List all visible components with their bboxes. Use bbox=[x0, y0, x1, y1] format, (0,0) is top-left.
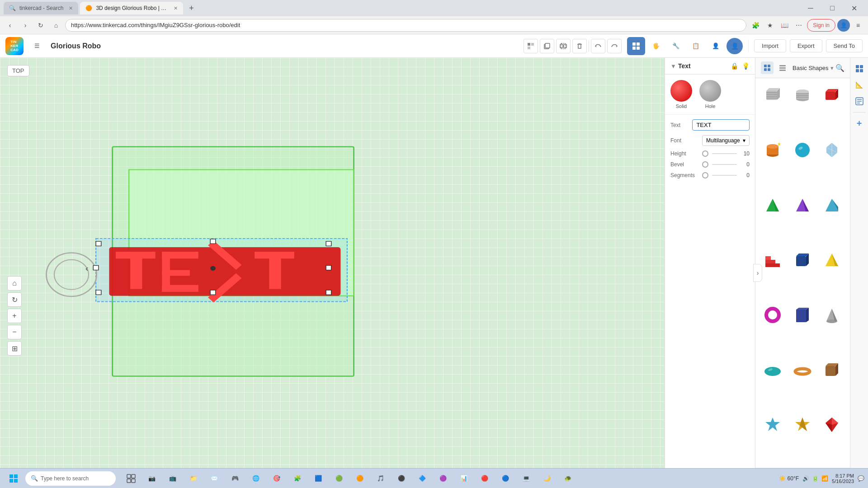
shape-red-stairs[interactable] bbox=[759, 246, 786, 273]
hole-option[interactable]: Hole bbox=[699, 80, 721, 109]
shape-purple-pyramid[interactable] bbox=[789, 192, 816, 219]
browser-settings-button[interactable]: ⋯ bbox=[793, 19, 805, 32]
send-to-button[interactable]: Send To bbox=[826, 39, 863, 52]
height-slider[interactable] bbox=[702, 150, 708, 157]
taskbar-app3[interactable]: 🟦 bbox=[308, 470, 328, 487]
shape-striped-box[interactable] bbox=[759, 82, 786, 109]
extensions-button[interactable]: 🧩 bbox=[749, 19, 762, 32]
taskbar-app1[interactable]: 🎯 bbox=[267, 470, 287, 487]
taskbar-app12[interactable]: 🔵 bbox=[495, 470, 515, 487]
reading-mode-button[interactable]: 📖 bbox=[778, 19, 791, 32]
refresh-button[interactable]: ↻ bbox=[34, 19, 47, 32]
canvas-area[interactable]: TOP ⌂ ↻ + − ⊞ bbox=[0, 58, 665, 488]
segments-slider[interactable] bbox=[702, 172, 708, 178]
speaker-icon[interactable]: 🔊 bbox=[802, 475, 809, 482]
shape-search-button[interactable]: 🔍 bbox=[835, 64, 844, 72]
taskbar-app9[interactable]: 🟣 bbox=[433, 470, 453, 487]
settings-button[interactable]: 🔧 bbox=[667, 37, 685, 55]
app-profile-avatar[interactable]: 👤 bbox=[726, 38, 743, 54]
shape-red-box[interactable] bbox=[818, 82, 845, 109]
taskbar-app10[interactable]: 📊 bbox=[454, 470, 474, 487]
tab-search-close[interactable]: ✕ bbox=[69, 5, 73, 11]
font-select[interactable]: Multilanguage ▾ bbox=[702, 135, 750, 146]
maximize-button[interactable]: □ bbox=[822, 2, 843, 14]
taskbar-app5[interactable]: 🟠 bbox=[350, 470, 370, 487]
shape-panel-title[interactable]: Basic Shapes bbox=[793, 65, 830, 71]
taskbar-search-box[interactable]: 🔍 Type here to search bbox=[25, 471, 116, 486]
shape-teal-sphere[interactable] bbox=[789, 136, 816, 164]
far-right-ruler-button[interactable]: 📐 bbox=[852, 78, 867, 92]
panel-expand-icon[interactable]: ▼ bbox=[670, 63, 676, 70]
shape-red-gem[interactable] bbox=[818, 411, 845, 438]
undo-button[interactable] bbox=[591, 39, 605, 53]
group-button[interactable] bbox=[556, 39, 571, 53]
shape-green-pyramid[interactable] bbox=[759, 192, 786, 219]
taskbar-app14[interactable]: 🌙 bbox=[537, 470, 557, 487]
taskbar-app7[interactable]: ⚫ bbox=[392, 470, 411, 487]
import-button[interactable]: Import bbox=[754, 39, 786, 52]
menu-button[interactable]: ☰ bbox=[29, 38, 45, 54]
user-button[interactable]: 👤 bbox=[707, 37, 725, 55]
bevel-slider[interactable] bbox=[702, 161, 708, 168]
shape-gold-star[interactable] bbox=[789, 411, 816, 438]
home-button[interactable]: ⌂ bbox=[50, 19, 62, 32]
close-button[interactable]: ✕ bbox=[844, 2, 864, 14]
taskbar-app6[interactable]: 🎵 bbox=[371, 470, 391, 487]
grid-view-button[interactable] bbox=[627, 37, 645, 55]
browser-menu-button[interactable]: ≡ bbox=[852, 19, 864, 32]
shape-striped-cylinder[interactable] bbox=[789, 82, 816, 109]
taskbar-app15[interactable]: 🐢 bbox=[558, 470, 578, 487]
duplicate-button[interactable] bbox=[540, 39, 554, 53]
taskbar-folders[interactable]: 📁 bbox=[184, 470, 203, 487]
shape-teal-ellipsoid[interactable] bbox=[759, 356, 786, 383]
shape-crystal[interactable] bbox=[818, 136, 845, 164]
shape-dark-blue-box[interactable] bbox=[789, 246, 816, 273]
taskbar-time[interactable]: 8:17 PM 5/16/2023 bbox=[832, 473, 854, 484]
shape-yellow-pyramid[interactable] bbox=[818, 246, 845, 273]
taskbar-edge[interactable]: 🌐 bbox=[246, 470, 266, 487]
notification-button[interactable]: 💬 bbox=[858, 475, 864, 482]
tab-tinkercad-close[interactable]: ✕ bbox=[174, 5, 178, 11]
taskbar-app11[interactable]: 🔴 bbox=[475, 470, 495, 487]
minimize-button[interactable]: ─ bbox=[800, 2, 821, 14]
redo-button[interactable] bbox=[607, 39, 622, 53]
shape-dark-blue-prism[interactable] bbox=[789, 301, 816, 328]
taskbar-app2[interactable]: 🧩 bbox=[288, 470, 307, 487]
solid-option[interactable]: Solid bbox=[670, 80, 692, 109]
taskbar-email[interactable]: ✉️ bbox=[204, 470, 224, 487]
shape-orange-cylinder[interactable]: ★ bbox=[759, 136, 786, 164]
panel-grid-view-button[interactable] bbox=[761, 61, 774, 74]
taskbar-app8[interactable]: 🔷 bbox=[412, 470, 432, 487]
taskbar-task-view[interactable] bbox=[121, 470, 141, 487]
favorites-button[interactable]: ★ bbox=[764, 19, 776, 32]
text-input[interactable] bbox=[692, 119, 750, 131]
view3d-button[interactable]: 🖐 bbox=[647, 37, 665, 55]
tab-tinkercad[interactable]: 🟠 3D design Glorious Robo | Tinke... ✕ bbox=[80, 2, 183, 14]
delete-button[interactable] bbox=[572, 39, 587, 53]
sign-in-button[interactable]: Sign in bbox=[807, 19, 835, 32]
layers-button[interactable]: 📋 bbox=[687, 37, 705, 55]
shape-magenta-torus[interactable] bbox=[759, 301, 786, 328]
far-right-grid-button[interactable] bbox=[852, 61, 867, 76]
far-right-add-button[interactable]: + bbox=[852, 116, 867, 131]
wifi-icon[interactable]: 📶 bbox=[821, 475, 828, 482]
shape-gray-cone[interactable] bbox=[818, 301, 845, 328]
start-button[interactable] bbox=[4, 470, 24, 487]
taskbar-app4[interactable]: 🟢 bbox=[329, 470, 349, 487]
new-tab-button[interactable]: + bbox=[185, 2, 198, 14]
panel-collapse-button[interactable]: › bbox=[753, 264, 762, 282]
taskbar-tv[interactable]: 📺 bbox=[163, 470, 183, 487]
far-right-notes-button[interactable] bbox=[852, 94, 867, 108]
shape-brown-box[interactable] bbox=[818, 356, 845, 383]
taskbar-app13[interactable]: 💻 bbox=[516, 470, 536, 487]
shape-blue-prism[interactable] bbox=[818, 192, 845, 219]
profile-avatar[interactable]: 👤 bbox=[837, 19, 850, 32]
shape-panel-dropdown-arrow[interactable]: ▾ bbox=[830, 65, 834, 71]
add-shape-button[interactable] bbox=[524, 39, 538, 53]
url-bar[interactable]: https://www.tinkercad.com/things/IMgiuZ9… bbox=[65, 19, 746, 32]
tab-search[interactable]: 🔍 tinkercad - Search ✕ bbox=[4, 2, 78, 14]
panel-list-view-button[interactable] bbox=[776, 61, 789, 74]
taskbar-games[interactable]: 🎮 bbox=[225, 470, 245, 487]
back-button[interactable]: ‹ bbox=[4, 19, 16, 32]
info-icon[interactable]: 💡 bbox=[742, 62, 750, 70]
